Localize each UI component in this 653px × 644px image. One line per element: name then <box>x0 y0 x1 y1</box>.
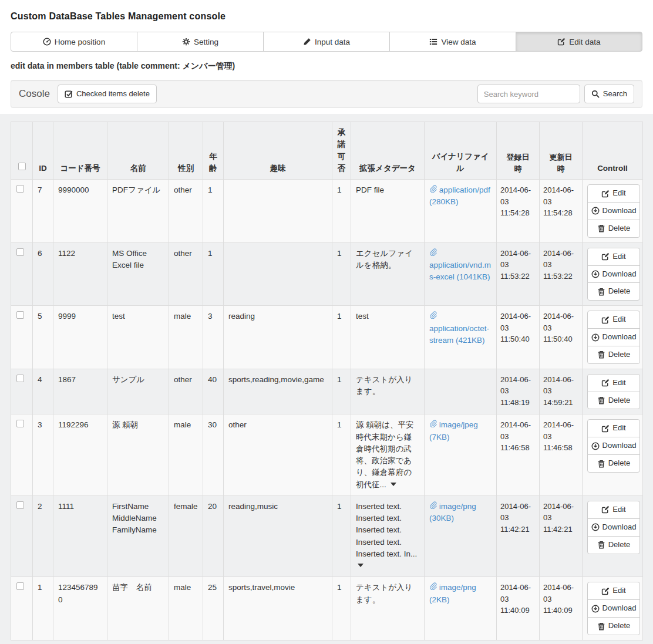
row-delete-button[interactable]: Delete <box>587 454 640 473</box>
tab-edit-data[interactable]: Edit data <box>516 32 642 52</box>
cell-updated: 2014-06-03 11:50:40 <box>540 306 583 369</box>
delete-icon <box>597 622 605 630</box>
tab-setting[interactable]: Setting <box>137 32 264 52</box>
cell-name: test <box>107 306 169 369</box>
cell-name: 源 頼朝 <box>107 414 169 496</box>
col-approval: 承 諾 可 否 <box>332 122 351 180</box>
edit-icon <box>601 424 610 433</box>
row-checkbox[interactable] <box>16 311 24 319</box>
binary-file-link[interactable]: application/pdf (280KB) <box>429 186 490 206</box>
row-edit-button[interactable]: Edit <box>587 374 640 392</box>
cell-age: 25 <box>203 577 224 640</box>
row-edit-button[interactable]: Edit <box>587 311 640 329</box>
binary-file-label: application/pdf (280KB) <box>429 186 490 206</box>
row-action-group: EditDownloadDelete <box>587 419 640 473</box>
table-section: ID コード番号 名前 性別 年 齢 趣味 承 諾 可 否 拡張メタデータ バイ… <box>0 114 653 644</box>
row-edit-button[interactable]: Edit <box>587 582 640 600</box>
row-download-button[interactable]: Download <box>587 518 640 537</box>
download-icon <box>591 442 600 450</box>
row-action-group: EditDelete <box>587 374 640 410</box>
row-edit-button[interactable]: Edit <box>587 419 640 437</box>
row-checkbox[interactable] <box>16 420 24 427</box>
row-checkbox[interactable] <box>16 185 24 193</box>
cell-registered: 2014-06-03 11:53:22 <box>497 242 540 306</box>
col-binary: バイナリファイル <box>425 122 497 180</box>
cell-controll: EditDownloadDelete <box>583 495 643 577</box>
row-edit-button[interactable]: Edit <box>587 501 640 519</box>
tab-home-position[interactable]: Home position <box>11 32 137 52</box>
tab-label: Home position <box>55 38 105 46</box>
tab-input-data[interactable]: Input data <box>263 32 390 52</box>
search-button[interactable]: Search <box>584 85 634 103</box>
cell-age: 30 <box>203 414 224 496</box>
binary-file-link[interactable]: application/octet-stream (421KB) <box>429 312 489 345</box>
binary-file-link[interactable]: image/png (2KB) <box>429 583 476 603</box>
row-delete-button[interactable]: Delete <box>587 536 640 554</box>
cell-registered: 2014-06-03 11:50:40 <box>497 306 540 369</box>
expand-caret-icon[interactable] <box>358 564 363 567</box>
cell-gender: female <box>169 495 203 577</box>
edit-icon <box>601 587 610 595</box>
cell-gender: male <box>169 577 203 640</box>
search-icon <box>591 90 600 98</box>
paperclip-icon <box>429 501 437 509</box>
row-checkbox[interactable] <box>16 248 24 256</box>
paperclip-icon <box>429 420 437 427</box>
row-delete-button[interactable]: Delete <box>587 282 640 301</box>
console-panel: Cosole Checked items delete Search <box>11 80 642 108</box>
cell-hobby: reading,music <box>224 495 332 577</box>
cell-binary: application/vnd.ms-excel (1041KB) <box>425 242 497 306</box>
cell-code: 1122 <box>53 242 107 306</box>
row-action-group: EditDownloadDelete <box>587 582 640 635</box>
cell-checkbox <box>11 414 33 496</box>
search-input[interactable] <box>477 85 580 103</box>
row-checkbox[interactable] <box>16 501 24 509</box>
cell-hobby <box>224 242 332 306</box>
row-download-button[interactable]: Download <box>587 202 640 220</box>
tab-view-data[interactable]: View data <box>389 32 516 52</box>
binary-file-link[interactable]: application/vnd.ms-excel (1041KB) <box>429 249 491 282</box>
row-action-group: EditDownloadDelete <box>587 184 640 238</box>
select-all-checkbox[interactable] <box>18 163 26 170</box>
nav-tabs: Home positionSettingInput dataView dataE… <box>11 32 642 52</box>
row-action-group: EditDownloadDelete <box>587 311 640 364</box>
binary-file-link[interactable]: image/png (30KB) <box>429 502 476 522</box>
download-icon <box>591 523 600 531</box>
cell-meta: テキストが入ります。 <box>351 369 425 414</box>
row-checkbox[interactable] <box>16 582 24 590</box>
row-edit-button[interactable]: Edit <box>587 248 640 266</box>
row-action-group: EditDownloadDelete <box>587 501 640 554</box>
header-checkbox-cell <box>11 122 33 180</box>
binary-file-link[interactable]: image/jpeg (7KB) <box>429 420 478 441</box>
cell-approval: 1 <box>332 369 351 414</box>
page-title: Custom DataBase Tables Management consol… <box>0 0 653 22</box>
expand-caret-icon[interactable] <box>391 483 396 486</box>
cell-name: PDFファイル <box>107 180 169 243</box>
cell-gender: other <box>169 242 203 306</box>
row-delete-button[interactable]: Delete <box>587 617 640 635</box>
paperclip-icon <box>429 185 437 193</box>
row-download-button[interactable]: Download <box>587 328 640 346</box>
row-download-button[interactable]: Download <box>587 437 640 455</box>
cell-checkbox <box>11 577 33 640</box>
edit-icon <box>601 505 610 514</box>
download-icon <box>591 605 600 613</box>
table-row: 31192296源 頼朝male30other1源 頼朝は、平安時代末期から鎌倉… <box>11 414 643 496</box>
row-delete-button[interactable]: Delete <box>587 220 640 238</box>
row-download-button[interactable]: Download <box>587 265 640 284</box>
delete-icon <box>597 350 605 359</box>
row-delete-button[interactable]: Delete <box>587 392 640 410</box>
dashboard-icon <box>43 38 51 46</box>
checked-items-delete-button[interactable]: Checked items delete <box>58 85 157 103</box>
cell-controll: EditDelete <box>583 369 643 414</box>
page-subtitle: edit data in members table (table commen… <box>11 61 642 72</box>
row-checkbox[interactable] <box>16 375 24 382</box>
row-delete-button[interactable]: Delete <box>587 346 640 364</box>
cell-id: 2 <box>33 495 53 577</box>
edit-icon <box>601 190 610 198</box>
cell-hobby: sports,reading,movie,game <box>224 369 332 414</box>
row-download-button[interactable]: Download <box>587 599 640 618</box>
tab-label: View data <box>441 38 476 46</box>
row-edit-button[interactable]: Edit <box>587 184 640 203</box>
delete-icon <box>597 460 605 468</box>
